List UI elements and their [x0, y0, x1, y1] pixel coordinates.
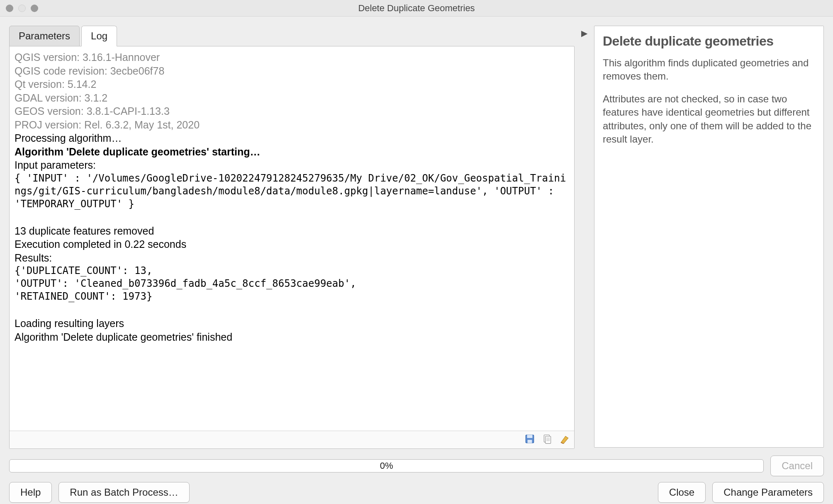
- progress-text: 0%: [380, 460, 393, 471]
- log-qgis-version: QGIS version: 3.16.1-Hannover: [15, 51, 569, 64]
- log-loading: Loading resulting layers: [15, 317, 569, 330]
- minimize-window-button[interactable]: [18, 5, 26, 12]
- log-results-3: 'RETAINED_COUNT': 1973}: [15, 290, 569, 303]
- log-results-label: Results:: [15, 251, 569, 265]
- help-paragraph-1: This algorithm finds duplicated geometri…: [603, 56, 815, 83]
- log-qgis-revision: QGIS code revision: 3ecbe06f78: [15, 64, 569, 78]
- log-content: QGIS version: 3.16.1-Hannover QGIS code …: [10, 46, 574, 431]
- log-processing: Processing algorithm…: [15, 131, 569, 145]
- log-gdal-version: GDAL version: 3.1.2: [15, 91, 569, 105]
- titlebar: Delete Duplicate Geometries: [0, 0, 833, 17]
- log-results-2: 'OUTPUT': 'Cleaned_b073396d_fadb_4a5c_8c…: [15, 277, 569, 290]
- svg-rect-1: [527, 435, 533, 438]
- close-window-button[interactable]: [6, 5, 13, 12]
- log-finished: Algorithm 'Delete duplicate geometries' …: [15, 330, 569, 344]
- copy-log-icon[interactable]: [542, 434, 553, 446]
- log-input-params-label: Input parameters:: [15, 158, 569, 172]
- log-input-params-value: { 'INPUT' : '/Volumes/GoogleDrive-102022…: [15, 172, 569, 211]
- window-controls: [6, 5, 38, 12]
- left-panel: Parameters Log QGIS version: 3.16.1-Hann…: [9, 26, 575, 449]
- log-duplicates-removed: 13 duplicate features removed: [15, 224, 569, 238]
- log-proj-version: PROJ version: Rel. 6.3.2, May 1st, 2020: [15, 118, 569, 132]
- log-results-1: {'DUPLICATE_COUNT': 13,: [15, 264, 569, 277]
- cancel-button: Cancel: [770, 456, 824, 476]
- log-box: QGIS version: 3.16.1-Hannover QGIS code …: [9, 46, 575, 449]
- help-title: Delete duplicate geometries: [603, 34, 815, 49]
- help-button[interactable]: Help: [9, 482, 52, 503]
- change-parameters-button[interactable]: Change Parameters: [712, 482, 824, 503]
- help-panel: Delete duplicate geometries This algorit…: [594, 26, 824, 448]
- log-exec-time: Execution completed in 0.22 seconds: [15, 237, 569, 251]
- window-title: Delete Duplicate Geometries: [0, 3, 833, 14]
- progress-bar: 0%: [9, 459, 764, 472]
- svg-rect-2: [528, 440, 532, 443]
- collapse-help-panel-icon[interactable]: ▶: [581, 28, 587, 38]
- log-qt-version: Qt version: 5.14.2: [15, 78, 569, 91]
- log-geos-version: GEOS version: 3.8.1-CAPI-1.13.3: [15, 104, 569, 118]
- save-log-icon[interactable]: [524, 434, 535, 446]
- tab-bar: Parameters Log: [9, 26, 575, 46]
- run-batch-button[interactable]: Run as Batch Process…: [58, 482, 189, 503]
- help-paragraph-2: Attributes are not checked, so in case t…: [603, 92, 815, 146]
- log-toolbar: [10, 431, 574, 448]
- maximize-window-button[interactable]: [31, 5, 38, 12]
- svg-rect-4: [546, 436, 551, 443]
- close-button[interactable]: Close: [658, 482, 706, 503]
- clear-log-icon[interactable]: [559, 434, 570, 446]
- tab-parameters[interactable]: Parameters: [9, 26, 80, 46]
- log-starting: Algorithm 'Delete duplicate geometries' …: [15, 145, 569, 159]
- tab-log[interactable]: Log: [81, 26, 117, 46]
